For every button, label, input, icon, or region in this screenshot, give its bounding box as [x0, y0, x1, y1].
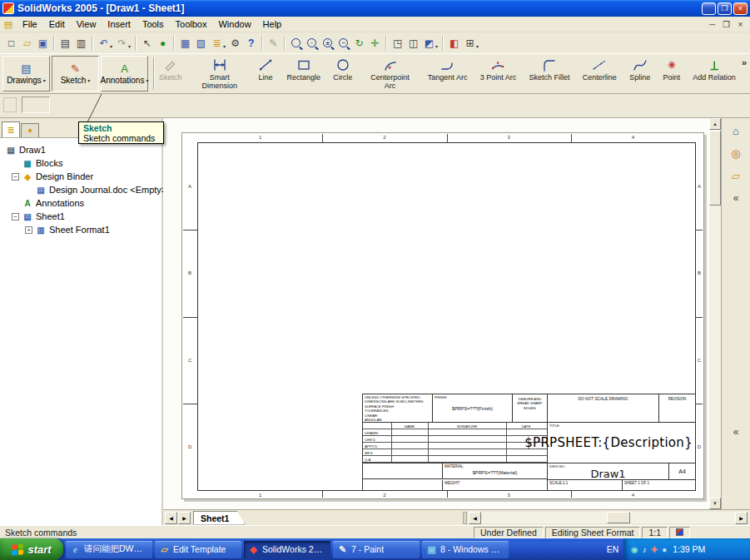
taskbar-item-picture-viewer[interactable]: ▣ 8 - Windows Pictur... — [422, 541, 509, 558]
dropdown-arrow-icon[interactable]: ▾ — [223, 43, 226, 49]
scrollbar-thumb[interactable] — [607, 512, 630, 523]
tool-circle-button[interactable]: Circle — [332, 56, 353, 92]
restore-button[interactable]: ❐ — [718, 2, 732, 15]
menu-view[interactable]: View — [71, 17, 102, 31]
sheet-properties-icon[interactable] — [676, 528, 683, 536]
menu-file[interactable]: File — [17, 17, 43, 31]
expand-toggle-icon[interactable]: − — [12, 213, 19, 221]
rotate-view-button[interactable]: ↻ — [351, 35, 367, 51]
tree-item-sheet1[interactable]: − ▤ Sheet1 — [2, 210, 160, 223]
new-button[interactable]: □ — [3, 35, 19, 51]
toolbar-grip[interactable] — [3, 97, 17, 112]
menu-edit[interactable]: Edit — [43, 17, 71, 31]
next-sheet-button[interactable]: ▶ — [178, 512, 191, 524]
mdi-close-button[interactable]: × — [735, 20, 746, 29]
solidworks-resources-icon[interactable]: ⌂ — [733, 125, 739, 137]
design-library-icon[interactable]: ◎ — [731, 147, 740, 160]
tray-network-icon[interactable]: ● — [662, 545, 667, 554]
group-annotations-button[interactable]: A Annotations▾ — [101, 56, 148, 92]
menu-toolbox[interactable]: Toolbox — [170, 17, 213, 31]
horizontal-scrollbar[interactable]: ◀ ▶ — [469, 512, 748, 524]
tree-item-annotations[interactable]: A Annotations — [2, 196, 160, 210]
dropdown-arrow-icon[interactable]: ▾ — [146, 77, 148, 83]
file-explorer-icon[interactable]: ▱ — [732, 170, 740, 182]
tool-sketch-fillet-button[interactable]: Sketch Fillet — [529, 56, 571, 92]
tool-rectangle-button[interactable]: Rectangle — [286, 56, 321, 92]
prev-sheet-button[interactable]: ◀ — [165, 512, 177, 524]
taskbar-item-solidworks[interactable]: ◆ SolidWorks 2005 - ... — [244, 541, 330, 558]
hidden-lines-button[interactable]: ◫ — [405, 35, 421, 51]
tool-smart-dimension-button[interactable]: Smart Dimension — [194, 56, 246, 92]
rebuild-button[interactable]: ● — [155, 35, 171, 51]
open-button[interactable]: ▱ — [19, 35, 35, 51]
expand-toggle-icon[interactable]: + — [25, 226, 32, 234]
tool-point-button[interactable]: Point — [662, 56, 681, 92]
tray-alert-icon[interactable]: ✚ — [651, 545, 658, 554]
grid-button[interactable]: ▦ — [177, 35, 193, 51]
menu-help[interactable]: Help — [257, 17, 288, 31]
scrollbar-thumb[interactable] — [709, 131, 721, 206]
help-button[interactable]: ? — [243, 35, 259, 51]
group-sketch-button[interactable]: ✎ Sketch▾ — [52, 56, 99, 92]
print-preview-button[interactable]: ▥ — [73, 35, 89, 51]
zoom-area-button[interactable]: ▫ — [304, 35, 320, 51]
graphics-area[interactable]: 1 2 3 4 1 2 3 4 A B C D A B C D UNLESS O… — [163, 117, 709, 509]
dropdown-arrow-icon[interactable]: ▾ — [435, 43, 438, 49]
close-button[interactable]: × — [733, 2, 748, 15]
scrollbar-track[interactable] — [482, 512, 735, 523]
dropdown-arrow-icon[interactable]: ▾ — [43, 77, 46, 83]
collapse-chevrons-icon[interactable]: « — [733, 192, 739, 204]
menu-insert[interactable]: Insert — [102, 17, 137, 31]
zoom-in-out-button[interactable]: ± — [320, 35, 335, 51]
tree-item-blocks[interactable]: ▦ Blocks — [2, 156, 160, 170]
tree-item-design-binder[interactable]: − ◆ Design Binder — [2, 170, 160, 183]
taskbar-item-edit-template[interactable]: ▱ Edit Template — [155, 541, 241, 558]
tool-add-relation-button[interactable]: Add Relation — [692, 56, 737, 92]
section-view-button[interactable]: ◧ — [446, 35, 462, 51]
toolbar-overflow-button[interactable]: » — [742, 57, 747, 67]
scroll-right-button[interactable]: ▶ — [735, 512, 748, 524]
pane-splitter[interactable] — [463, 512, 467, 524]
tray-status-icon[interactable]: ◉ — [631, 545, 638, 554]
tool-3-point-arc-button[interactable]: 3 Point Arc — [479, 56, 518, 92]
expand-toggle-icon[interactable]: − — [12, 173, 19, 181]
tool-tangent-arc-button[interactable]: Tangent Arc — [427, 56, 469, 92]
dropdown-arrow-icon[interactable]: ▾ — [128, 43, 131, 49]
start-button[interactable]: start — [0, 538, 63, 560]
tray-volume-icon[interactable]: ♪ — [643, 545, 647, 554]
tool-centerpoint-arc-button[interactable]: Centerpoint Arc — [365, 56, 416, 92]
menu-tools[interactable]: Tools — [137, 17, 170, 31]
tree-item-design-journal[interactable]: ▤ Design Journal.doc <Empty> — [2, 183, 160, 196]
select-button[interactable]: ↖ — [139, 35, 155, 51]
taskbar-item-paint[interactable]: ✎ 7 - Paint — [333, 541, 420, 558]
dropdown-arrow-icon[interactable]: ▾ — [87, 77, 90, 83]
tree-item-draw1[interactable]: ▤ Draw1 — [2, 143, 160, 156]
dropdown-arrow-icon[interactable]: ▾ — [110, 43, 112, 49]
feature-manager-tab[interactable]: ≣ — [2, 121, 20, 137]
group-drawings-button[interactable]: ▤ Drawings▾ — [2, 56, 50, 92]
options-button[interactable]: ⚙ — [227, 35, 243, 51]
scroll-down-button[interactable]: ▼ — [709, 498, 721, 509]
mdi-restore-button[interactable]: ❐ — [721, 20, 732, 29]
tree-item-sheet-format1[interactable]: + ▥ Sheet Format1 — [2, 223, 160, 236]
tool-spline-button[interactable]: Spline — [628, 56, 651, 92]
mdi-minimize-button[interactable]: ─ — [707, 20, 718, 29]
print-button[interactable]: ▤ — [57, 35, 73, 51]
pan-button[interactable]: ✛ — [367, 35, 383, 51]
dropdown-arrow-icon[interactable]: ▾ — [476, 43, 479, 49]
tool-centerline-button[interactable]: Centerline — [582, 56, 618, 92]
language-indicator[interactable]: EN — [602, 541, 623, 558]
minimize-button[interactable]: _ — [702, 2, 716, 15]
scroll-up-button[interactable]: ▲ — [709, 118, 721, 130]
sheet1-tab[interactable]: Sheet1 — [193, 511, 245, 525]
save-button[interactable]: ▣ — [35, 35, 51, 51]
zoom-fit-button[interactable] — [288, 35, 304, 51]
zoom-out-button[interactable]: − — [335, 35, 351, 51]
tool-sketch-button[interactable]: Sketch — [158, 56, 183, 92]
wireframe-button[interactable]: ◳ — [390, 35, 405, 51]
sketch-pencil-button[interactable]: ✎ — [266, 35, 281, 51]
collapse-chevrons-icon[interactable]: « — [733, 426, 739, 438]
taskbar-item-browser[interactable]: e 请问能把DWG文... — [66, 541, 152, 558]
menu-window[interactable]: Window — [212, 17, 256, 31]
drawing-sheet[interactable]: 1 2 3 4 1 2 3 4 A B C D A B C D UNLESS O… — [181, 132, 704, 499]
